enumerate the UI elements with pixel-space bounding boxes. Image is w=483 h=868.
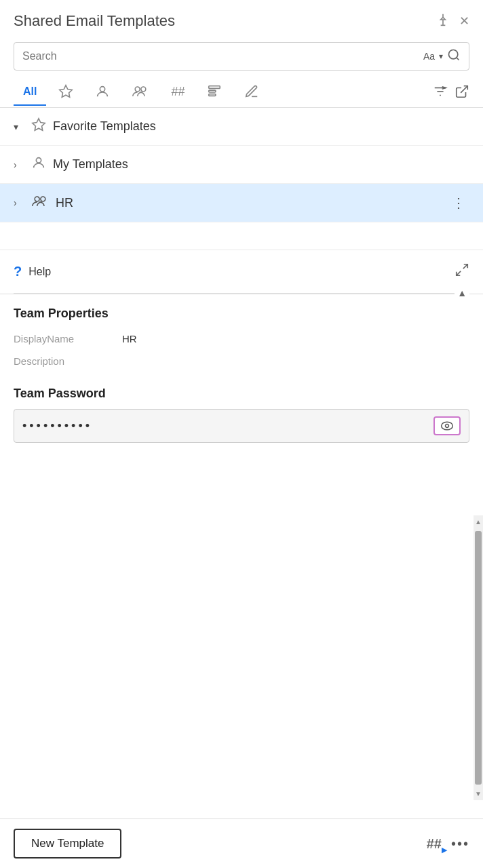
external-link-icon[interactable] [455,84,469,102]
close-icon[interactable]: ✕ [459,14,469,28]
scrollbar-up-button[interactable]: ▲ [475,515,482,528]
svg-point-22 [446,425,449,428]
filter-bar: All ## [0,79,483,108]
tab-templates[interactable] [197,79,232,107]
hr-team-icon [31,194,49,212]
hr-more-icon[interactable]: ⋮ [448,193,469,212]
dropdown-chevron-icon[interactable]: ▾ [439,52,443,61]
team-password-title: Team Password [14,373,469,409]
app-title: Shared Email Templates [14,12,175,30]
team-properties-panel: ▲ Team Properties DisplayName HR Descrip… [0,294,483,443]
search-icon[interactable] [447,48,461,64]
svg-point-2 [449,50,458,59]
svg-line-19 [463,264,467,269]
svg-line-3 [457,58,459,60]
svg-rect-8 [209,86,220,89]
person-icon [31,155,46,174]
section-row-my-templates[interactable]: › My Templates [0,146,483,183]
scrollbar-track: ▲ ▼ [474,515,483,800]
toggle-password-button[interactable] [433,416,461,435]
header-icons: ✕ [436,13,469,30]
svg-point-7 [141,87,146,92]
right-filter-icons [433,84,469,102]
password-dots: •••••••••• [22,419,433,433]
help-icon: ? [14,264,22,279]
help-section[interactable]: ? Help [0,250,483,293]
svg-point-21 [442,422,453,430]
search-controls: Aa ▾ [423,48,461,64]
svg-point-18 [41,197,45,201]
description-row: Description [14,350,469,373]
tab-edit[interactable] [235,79,269,107]
tab-hash[interactable]: ## [161,79,194,107]
scrollbar-down-button[interactable]: ▼ [475,787,482,800]
favorites-icon [31,117,46,136]
favorites-label: Favorite Templates [53,119,156,134]
new-template-button[interactable]: New Template [14,829,121,859]
team-properties-title: Team Properties [14,294,469,328]
pin-icon[interactable] [436,13,450,30]
section-row-hr[interactable]: › HR ⋮ [0,184,483,222]
svg-line-14 [461,85,467,92]
tab-all[interactable]: All [14,80,46,106]
display-name-label: DisplayName [14,333,102,344]
footer-more-icon[interactable]: ••• [451,836,469,852]
section-row-favorites[interactable]: ▾ Favorite Templates [0,108,483,145]
hr-label: HR [56,196,73,210]
help-label: Help [28,266,51,278]
my-templates-section: › My Templates [0,146,483,184]
svg-point-6 [136,87,140,92]
favorite-templates-section: ▾ Favorite Templates [0,108,483,146]
footer-right-icons: ## ▶ ••• [427,836,469,852]
chevron-right-icon: › [14,159,24,170]
svg-point-5 [100,87,105,92]
panel-collapse-icon[interactable]: ▲ [455,286,469,300]
tab-team[interactable] [122,79,159,107]
svg-line-20 [457,271,461,275]
description-label: Description [14,355,64,367]
svg-point-16 [36,158,41,163]
template-list: ▾ Favorite Templates › My Templates › HR… [0,108,483,222]
password-input-row: •••••••••• [14,409,469,443]
svg-rect-10 [209,94,216,96]
display-name-value: HR [122,333,137,344]
filter-list-icon[interactable] [433,84,448,102]
my-templates-label: My Templates [53,157,128,172]
tab-favorites[interactable] [49,79,83,107]
tab-personal[interactable] [85,79,119,107]
hr-section: › HR ⋮ [0,184,483,222]
chevron-down-icon: ▾ [14,121,24,132]
footer: New Template ## ▶ ••• [0,818,483,868]
search-bar: Aa ▾ [14,42,469,71]
hash-templates-icon[interactable]: ## ▶ [427,836,442,852]
hr-chevron-icon: › [14,197,24,208]
search-input[interactable] [22,50,423,62]
svg-marker-15 [33,119,45,130]
svg-rect-9 [209,90,216,92]
display-name-row: DisplayName HR [14,328,469,350]
svg-point-17 [35,197,39,201]
svg-marker-4 [60,85,72,97]
font-size-label: Aa [423,51,435,62]
scrollbar-thumb[interactable] [475,531,482,785]
expand-icon[interactable] [455,262,469,281]
header: Shared Email Templates ✕ [0,0,483,37]
